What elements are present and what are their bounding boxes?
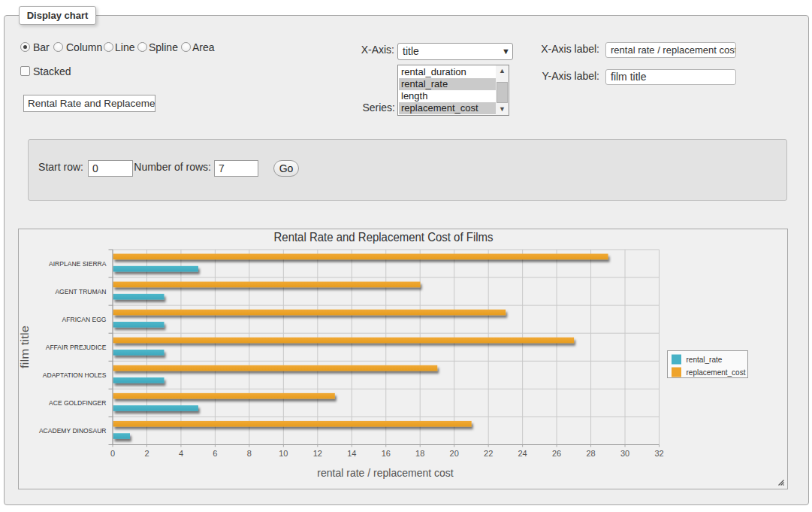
- svg-text:ADAPTATION HOLES: ADAPTATION HOLES: [43, 371, 107, 379]
- svg-text:32: 32: [654, 449, 663, 458]
- svg-text:rental_rate: rental_rate: [687, 356, 723, 364]
- svg-text:Rental Rate and Replacement Co: Rental Rate and Replacement Cost of Film…: [274, 231, 494, 244]
- svg-text:8: 8: [247, 449, 252, 458]
- svg-text:28: 28: [586, 449, 595, 458]
- svg-text:18: 18: [415, 449, 424, 458]
- svg-text:film title: film title: [19, 326, 31, 368]
- svg-text:14: 14: [347, 449, 356, 458]
- svg-text:12: 12: [313, 449, 322, 458]
- svg-text:4: 4: [179, 449, 183, 458]
- svg-text:30: 30: [620, 449, 629, 458]
- svg-text:24: 24: [518, 449, 527, 458]
- svg-text:replacement_cost: replacement_cost: [687, 368, 746, 377]
- svg-text:0: 0: [110, 449, 115, 458]
- svg-text:AFRICAN EGG: AFRICAN EGG: [62, 315, 107, 323]
- svg-text:2: 2: [144, 449, 149, 458]
- svg-text:ACADEMY DINOSAUR: ACADEMY DINOSAUR: [39, 426, 107, 435]
- svg-text:ACE GOLDFINGER: ACE GOLDFINGER: [49, 398, 107, 407]
- svg-text:16: 16: [382, 449, 391, 458]
- svg-text:20: 20: [450, 449, 459, 458]
- svg-text:AFFAIR PREJUDICE: AFFAIR PREJUDICE: [46, 343, 107, 351]
- svg-text:AGENT TRUMAN: AGENT TRUMAN: [55, 287, 106, 295]
- svg-text:rental rate / replacement cost: rental rate / replacement cost: [317, 467, 453, 479]
- svg-text:AIRPLANE SIERRA: AIRPLANE SIERRA: [49, 259, 107, 268]
- svg-text:10: 10: [279, 449, 288, 458]
- svg-text:22: 22: [484, 449, 493, 458]
- svg-text:26: 26: [552, 449, 561, 458]
- svg-text:6: 6: [213, 449, 217, 458]
